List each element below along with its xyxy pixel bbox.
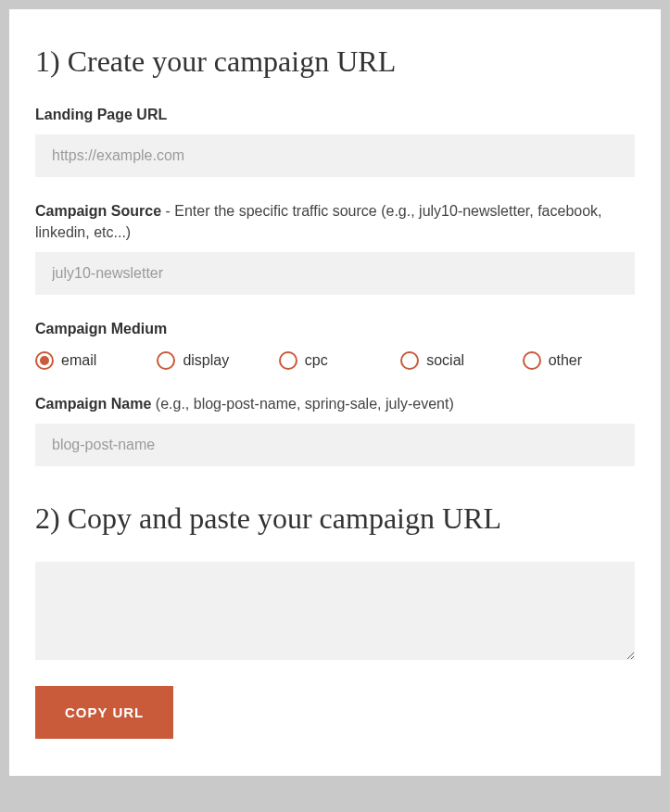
campaign-url-builder: 1) Create your campaign URL Landing Page… — [9, 9, 661, 776]
medium-radio-row: email display cpc social other — [35, 351, 635, 370]
landing-url-input[interactable] — [35, 134, 635, 177]
radio-label: social — [426, 352, 464, 369]
radio-icon — [523, 351, 541, 370]
medium-radio-email[interactable]: email — [35, 351, 147, 370]
radio-label: other — [549, 352, 582, 369]
medium-radio-display[interactable]: display — [157, 351, 269, 370]
campaign-medium-group: Campaign Medium email display cpc social… — [35, 319, 635, 369]
radio-label: display — [183, 352, 229, 369]
radio-icon — [35, 351, 54, 370]
output-url-textarea[interactable] — [35, 562, 635, 660]
medium-radio-cpc[interactable]: cpc — [279, 351, 391, 370]
medium-radio-other[interactable]: other — [523, 351, 635, 370]
campaign-name-input[interactable] — [35, 424, 635, 466]
campaign-source-group: Campaign Source - Enter the specific tra… — [35, 201, 635, 295]
campaign-medium-label: Campaign Medium — [35, 319, 635, 339]
medium-radio-social[interactable]: social — [400, 351, 512, 370]
campaign-source-input[interactable] — [35, 252, 635, 295]
campaign-name-group: Campaign Name (e.g., blog-post-name, spr… — [35, 394, 635, 466]
campaign-name-label: Campaign Name (e.g., blog-post-name, spr… — [35, 394, 635, 414]
radio-icon — [157, 351, 175, 370]
campaign-source-label: Campaign Source - Enter the specific tra… — [35, 201, 635, 243]
landing-url-group: Landing Page URL — [35, 105, 635, 177]
radio-icon — [400, 351, 419, 370]
radio-label: email — [61, 352, 96, 369]
landing-url-label: Landing Page URL — [35, 105, 635, 125]
section-1-heading: 1) Create your campaign URL — [35, 44, 635, 79]
copy-url-button[interactable]: COPY URL — [35, 686, 173, 739]
section-2-heading: 2) Copy and paste your campaign URL — [35, 501, 635, 536]
radio-label: cpc — [305, 352, 328, 369]
radio-icon — [279, 351, 297, 370]
